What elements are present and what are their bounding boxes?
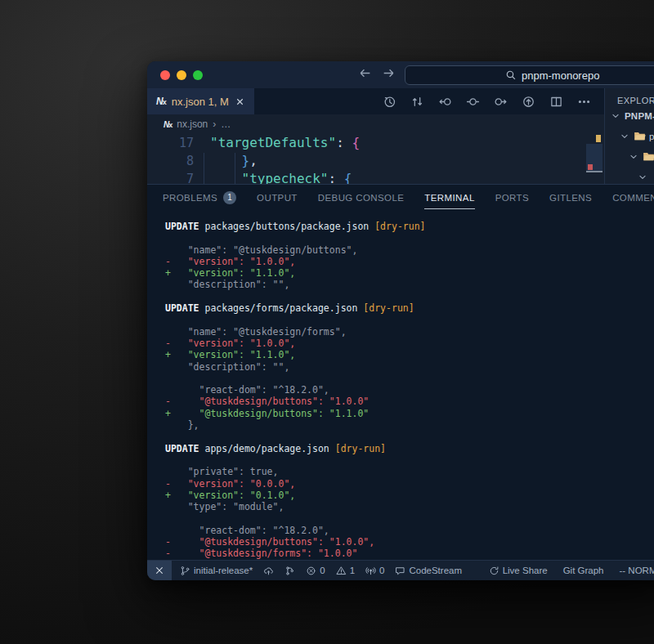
live-share-icon <box>489 566 499 576</box>
breadcrumb-file[interactable]: nx.json <box>177 119 208 130</box>
breadcrumb-more[interactable]: … <box>221 119 231 130</box>
zoom-window-button[interactable] <box>193 70 203 80</box>
panel-tab-comments[interactable]: COMMENTS <box>612 185 654 209</box>
terminal-line: + "@tuskdesign/buttons": "1.1.0" <box>165 408 654 419</box>
terminal-line: - "version": "0.0.0", <box>165 478 654 490</box>
statusbar-item-git-graph[interactable]: Git Graph <box>563 566 604 575</box>
more-actions-icon[interactable] <box>577 95 591 109</box>
minimap[interactable] <box>586 134 602 184</box>
code-text: "typecheck": { <box>210 170 604 184</box>
panel-tab-gitlens[interactable]: GITLENS <box>549 185 592 209</box>
panel-tab-debug-console[interactable]: DEBUG CONSOLE <box>318 185 405 209</box>
titlebar: pnpm-monorepo <box>147 61 654 88</box>
comment-icon <box>395 566 405 576</box>
terminal-line: - "version": "1.0.0", <box>165 338 654 349</box>
statusbar-item-label: Live Share <box>503 566 548 575</box>
terminal-line: "name": "@tuskdesign/buttons", <box>165 244 654 256</box>
statusbar-item-0[interactable]: 0 <box>306 566 325 576</box>
statusbar-item-normal[interactable]: -- NORMAL -- <box>620 566 654 575</box>
terminal-line: "private": true, <box>165 466 654 477</box>
terminal-line: - "@tuskdesign/buttons": "1.0.0", <box>165 536 654 548</box>
minimize-window-button[interactable] <box>177 70 186 80</box>
explorer-tree-item[interactable] <box>605 146 654 167</box>
panel-tab-ports[interactable]: PORTS <box>495 185 529 209</box>
terminal-line <box>165 512 654 524</box>
panel-tab-label: PORTS <box>495 193 529 203</box>
tab-nx-json[interactable]: Nx nx.json 1, M <box>147 88 254 114</box>
problems-count-badge: 1 <box>223 191 236 204</box>
terminal-line: UPDATE packages/buttons/package.json [dr… <box>165 221 654 232</box>
statusbar-item-1[interactable]: 1 <box>336 566 355 576</box>
explorer-title: EXPLORER <box>605 96 654 105</box>
line-number: 8 <box>147 152 210 170</box>
explorer-item-label: PNPM-MONOREPO <box>625 111 654 121</box>
folder-icon <box>643 150 654 163</box>
panel-tab-label: COMMENTS <box>612 193 654 203</box>
goto-file-icon[interactable] <box>522 95 535 109</box>
explorer-panel: EXPLORER PNPM-MONOREPOpackages <box>604 88 654 184</box>
statusbar-item-codestream[interactable]: CodeStream <box>395 566 462 576</box>
panel-tabs: PROBLEMS1OUTPUTDEBUG CONSOLETERMINALPORT… <box>147 185 654 209</box>
explorer-tree-item[interactable]: PNPM-MONOREPO <box>605 105 654 126</box>
commit-graph-icon <box>284 566 295 576</box>
panel-tab-label: PROBLEMS <box>163 193 217 203</box>
nx-file-icon: Nx <box>156 96 166 107</box>
command-center-search[interactable]: pnpm-monorepo <box>405 65 654 85</box>
editor-line[interactable]: 8 }, <box>147 152 604 170</box>
close-tab-icon[interactable] <box>235 96 245 107</box>
terminal-line: - "version": "1.0.0", <box>165 256 654 267</box>
previous-change-icon[interactable] <box>438 95 452 109</box>
git-compare-icon[interactable] <box>410 95 424 109</box>
next-change-icon[interactable] <box>494 95 508 109</box>
panel-tab-problems[interactable]: PROBLEMS1 <box>163 185 236 209</box>
chevron-down-icon <box>628 151 639 163</box>
nx-file-icon: Nx <box>164 120 172 129</box>
terminal-line <box>165 454 654 466</box>
changes-icon[interactable] <box>466 95 480 109</box>
terminal-line: }, <box>165 419 654 431</box>
chevron-down-icon <box>637 172 648 183</box>
terminal-line: - "@tuskdesign/forms": "1.0.0" <box>165 548 654 559</box>
panel-tab-label: GITLENS <box>549 193 592 203</box>
statusbar-item-label: initial-release* <box>194 566 253 575</box>
split-editor-icon[interactable] <box>549 95 563 109</box>
warning-icon <box>336 566 347 576</box>
vscode-window: pnpm-monorepo Nx nx.json 1, M Nx nx.json… <box>147 61 654 580</box>
terminal-line: "react-dom": "^18.2.0", <box>165 525 654 536</box>
statusbar-item-label: -- NORMAL -- <box>620 566 654 575</box>
editor-line[interactable]: 7 "typecheck": { <box>147 170 604 184</box>
explorer-tree-item[interactable]: packages <box>605 126 654 146</box>
terminal-line: - "@tuskdesign/buttons": "1.0.0" <box>165 396 654 407</box>
code-editor[interactable]: 17"targetDefaults": {8 },7 "typecheck": … <box>147 134 604 184</box>
statusbar-item-label: CodeStream <box>409 566 462 575</box>
statusbar-item-cloud-upload-icon[interactable] <box>263 566 274 576</box>
terminal-output[interactable]: UPDATE packages/buttons/package.json [dr… <box>147 209 654 560</box>
statusbar-item-label: 1 <box>350 566 355 575</box>
terminal-line: UPDATE apps/demo/package.json [dry-run] <box>165 443 654 454</box>
terminal-line: + "version": "1.1.0", <box>165 349 654 360</box>
minimap-modified-marker <box>596 135 601 142</box>
editor-line[interactable]: 17"targetDefaults": { <box>147 134 604 152</box>
folder-icon <box>634 130 646 142</box>
panel-tab-label: OUTPUT <box>257 193 298 203</box>
panel-tab-terminal[interactable]: TERMINAL <box>424 185 474 209</box>
history-forward-icon[interactable] <box>382 66 396 83</box>
broadcast-icon <box>365 566 376 576</box>
close-window-button[interactable] <box>160 70 170 80</box>
terminal-line: "description": "", <box>165 361 654 373</box>
timeline-icon[interactable] <box>383 95 396 109</box>
editor-actions <box>383 88 604 114</box>
statusbar-item-live-share[interactable]: Live Share <box>489 566 548 576</box>
history-back-icon[interactable] <box>358 66 372 83</box>
statusbar-item-commit-graph-icon[interactable] <box>284 566 295 576</box>
cloud-upload-icon <box>263 566 274 576</box>
remote-icon <box>154 565 165 576</box>
statusbar-item-0[interactable]: 0 <box>365 566 384 576</box>
terminal-line <box>165 431 654 442</box>
panel-tab-output[interactable]: OUTPUT <box>257 185 298 209</box>
statusbar-item-remote-icon[interactable] <box>147 561 172 580</box>
breadcrumb[interactable]: Nx nx.json › … <box>147 114 604 134</box>
statusbar-item-initial-release[interactable]: initial-release* <box>180 566 253 576</box>
terminal-line: + "version": "1.1.0", <box>165 267 654 279</box>
explorer-tree-item[interactable] <box>605 167 654 184</box>
